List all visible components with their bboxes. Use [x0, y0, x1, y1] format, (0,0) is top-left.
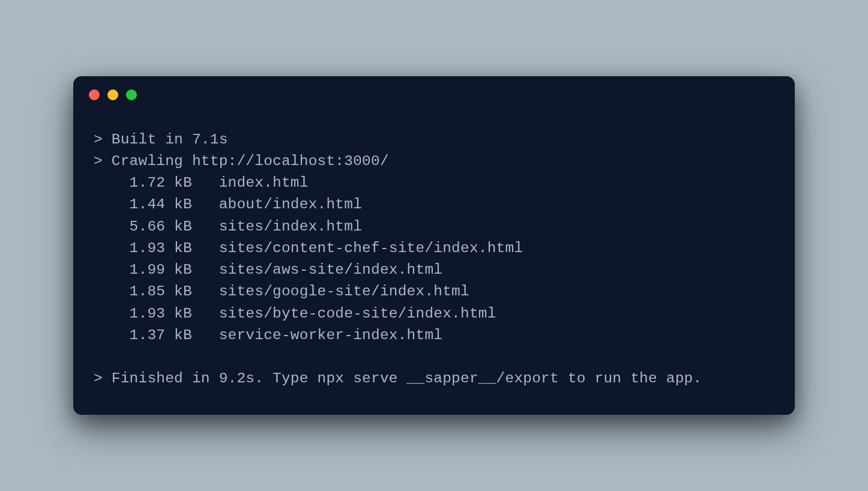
built-line: > Built in 7.1s: [94, 129, 774, 151]
titlebar: [73, 76, 795, 100]
minimize-icon[interactable]: [107, 89, 118, 100]
file-row: 5.66 kB sites/index.html: [94, 216, 774, 238]
file-row: 1.85 kB sites/google-site/index.html: [94, 281, 774, 303]
file-row: 1.37 kB service-worker-index.html: [94, 325, 774, 346]
file-list: 1.72 kB index.html 1.44 kB about/index.h…: [94, 172, 774, 346]
file-row: 1.44 kB about/index.html: [94, 194, 774, 215]
terminal-window: > Built in 7.1s > Crawling http://localh…: [73, 76, 795, 415]
terminal-output: > Built in 7.1s > Crawling http://localh…: [73, 100, 795, 415]
file-row: 1.99 kB sites/aws-site/index.html: [94, 259, 774, 281]
maximize-icon[interactable]: [126, 89, 137, 100]
finished-line: > Finished in 9.2s. Type npx serve __sap…: [94, 368, 774, 390]
file-row: 1.93 kB sites/byte-code-site/index.html: [94, 303, 774, 325]
crawling-line: > Crawling http://localhost:3000/: [94, 151, 774, 172]
file-row: 1.72 kB index.html: [94, 172, 774, 194]
close-icon[interactable]: [89, 89, 100, 100]
file-row: 1.93 kB sites/content-chef-site/index.ht…: [94, 238, 774, 259]
